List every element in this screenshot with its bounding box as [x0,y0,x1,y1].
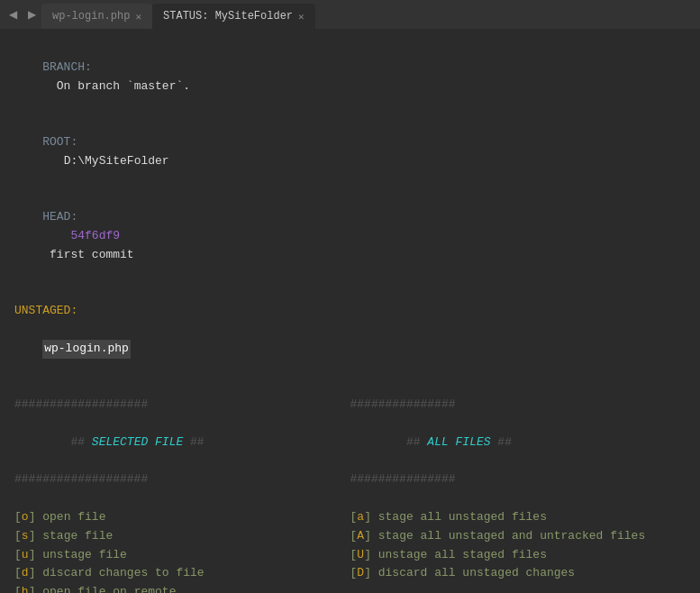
head-label: HEAD: [42,210,77,224]
tab-wp-login-close[interactable]: ✕ [135,11,141,23]
root-label: ROOT: [42,135,77,149]
tab-prev-button[interactable]: ◀ [4,0,23,29]
cmd-unstage-file[interactable]: [u] unstage file [14,546,350,565]
allfiles-hash1: ############### [350,396,686,415]
selected-title-line: ## SELECTED FILE ## [14,415,350,470]
cmd-discard-changes[interactable]: [d] discard changes to file [14,564,350,583]
tab-wp-login-label: wp-login.php [52,10,130,23]
allfiles-hash2: ############### [350,470,686,489]
head-hash: 54f6df9 [42,229,120,242]
tab-status-close[interactable]: ✕ [298,11,305,23]
file-selected: wp-login.php [42,340,131,359]
tab-next-button[interactable]: ▶ [23,0,41,29]
branch-value: On branch `master`. [42,79,190,93]
cmd-open-file[interactable]: [o] open file [14,508,350,527]
tab-status-label: STATUS: MySiteFolder [163,10,293,23]
cmd-open-remote[interactable]: [h] open file on remote [14,583,350,593]
selected-hash1: ################### [14,396,350,415]
root-value: D:\MySiteFolder [42,154,168,168]
branch-label: BRANCH: [42,60,92,74]
head-msg: first commit [42,248,133,261]
cmd-stage-all-untracked[interactable]: [A] stage all unstaged and untracked fil… [350,527,686,546]
tab-status-mysitfolder[interactable]: STATUS: MySiteFolder ✕ [152,4,315,29]
cmd-discard-all[interactable]: [D] discard all unstaged changes [350,564,686,583]
tab-bar: ◀ ▶ wp-login.php ✕ STATUS: MySiteFolder … [0,0,700,29]
info-head-line: HEAD: 54f6df9 first commit [14,189,686,283]
unstaged-file: wp-login.php [14,321,686,377]
unstaged-label: UNSTAGED: [14,302,686,321]
info-branch-line: BRANCH: On branch `master`. [14,40,686,114]
cmd-stage-file[interactable]: [s] stage file [14,527,350,546]
tab-wp-login[interactable]: wp-login.php ✕ [41,4,152,29]
cmd-unstage-all[interactable]: [U] unstage all staged files [350,546,686,565]
allfiles-title-line: ## ALL FILES ## [350,415,686,470]
cmd-stage-all[interactable]: [a] stage all unstaged files [350,508,686,527]
selected-hash2: ################### [14,470,350,489]
info-root-line: ROOT: D:\MySiteFolder [14,114,686,189]
